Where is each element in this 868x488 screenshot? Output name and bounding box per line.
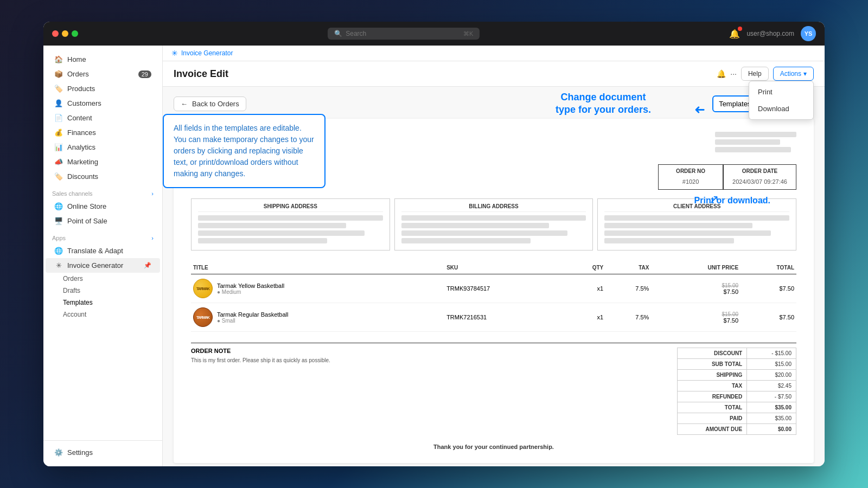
sidebar-item-orders[interactable]: 📦 Orders 29 [46,67,160,81]
sidebar-item-settings[interactable]: ⚙️ Settings [46,445,160,460]
invoice-gen-pin[interactable]: 📌 [144,262,151,269]
sidebar-item-discounts[interactable]: 🏷️ Discounts [46,169,160,184]
top-bar-right: 🔔 user@shop.com YS [729,26,816,41]
sidebar-item-marketing[interactable]: 📣 Marketing [46,155,160,169]
sidebar-item-online-store[interactable]: 🌐 Online Store [46,199,160,214]
sidebar-label-home: Home [67,55,86,63]
col-unit-price: UNIT PRICE [651,261,741,274]
client-address-content[interactable] [604,215,789,243]
item2-tax[interactable]: 7.5% [605,303,651,332]
actions-dropdown: Print Download [749,81,814,120]
billing-address-content[interactable] [401,215,586,243]
totals-row: TOTAL $35.00 [678,402,796,413]
close-button[interactable] [52,30,59,37]
item1-name[interactable]: Tarmak Yellow Basketball [217,282,284,289]
item2-total[interactable]: $7.50 [741,303,796,332]
sidebar-footer: ⚙️ Settings [43,440,162,460]
sidebar-label-invoice-gen: Invoice Generator [67,261,123,269]
header-more-icon[interactable]: ··· [730,69,737,78]
item2-title: TARMAK Tarmak Regular Basketball ● Small [191,303,444,332]
actions-chevron: ▾ [803,70,807,78]
order-meta: ORDER NO #1020 ORDER DATE 2024/03/07 09:… [658,164,796,190]
item1-tax[interactable]: 7.5% [605,274,651,303]
sidebar-item-content[interactable]: 📄 Content [46,111,160,125]
translate-icon: 🌐 [54,247,63,255]
item1-sku[interactable]: TRMK93784517 [444,274,566,303]
sales-channels-section: Sales channels › [43,184,162,199]
maximize-button[interactable] [72,30,78,37]
sidebar-item-customers[interactable]: 👤 Customers [46,96,160,111]
sidebar-item-products[interactable]: 🏷️ Products [46,81,160,96]
totals-label: AMOUNT DUE [678,424,747,435]
totals-row: DISCOUNT - $15.00 [678,348,796,359]
help-button[interactable]: Help [741,67,769,81]
sidebar-label-customers: Customers [67,99,101,107]
user-avatar[interactable]: YS [801,26,816,41]
company-info-line1 [715,132,796,137]
item2-unit-price[interactable]: $15.00 $7.50 [651,303,741,332]
order-note-text[interactable]: This is my first order. Please ship it a… [191,357,666,363]
sidebar-item-home[interactable]: 🏠 Home [46,52,160,67]
customers-icon: 👤 [54,99,63,107]
totals-table: DISCOUNT - $15.00 SUB TOTAL $15.00 SHIPP… [677,348,796,435]
shipping-address-label: SHIPPING ADDRESS [198,203,383,212]
shipping-address-box: SHIPPING ADDRESS [191,198,390,251]
minimize-button[interactable] [62,30,68,37]
notification-icon[interactable]: 🔔 [729,29,740,39]
page-title: Invoice Edit [174,68,228,80]
sidebar-item-analytics[interactable]: 📊 Analytics [46,140,160,155]
item1-total[interactable]: $7.50 [741,274,796,303]
totals-value[interactable]: $2.45 [747,381,796,391]
item2-qty[interactable]: x1 [566,303,605,332]
totals-label: DISCOUNT [678,348,747,359]
sidebar-label-analytics: Analytics [67,143,95,151]
sidebar-sub-orders[interactable]: Orders [43,273,162,285]
billing-address-box: BILLING ADDRESS [394,198,593,251]
item2-thumbnail: TARMAK [193,307,213,327]
totals-value[interactable]: - $7.50 [747,391,796,402]
search-bar[interactable]: 🔍 ⌘K [328,28,480,40]
action-print[interactable]: Print [749,84,813,100]
totals-value[interactable]: - $15.00 [747,348,796,359]
invoice-gen-icon: ✳ [54,261,63,269]
products-icon: 🏷️ [54,85,63,93]
traffic-lights [52,30,78,37]
totals-value[interactable]: $20.00 [747,370,796,381]
sidebar-sub-account[interactable]: Account [43,309,162,320]
sidebar-sub-templates[interactable]: Templates [43,297,162,309]
sidebar-label-discounts: Discounts [67,172,98,181]
item2-variant: ● Small [217,318,288,324]
item2-name[interactable]: Tarmak Regular Basketball [217,311,288,318]
sidebar-label-settings: Settings [67,448,93,457]
item1-unit-price[interactable]: $15.00 $7.50 [651,274,741,303]
item1-thumbnail: TARMAK [193,279,213,298]
sidebar-item-pos[interactable]: 🖥️ Point of Sale [46,214,160,228]
item2-sku[interactable]: TRMK7216531 [444,303,566,332]
order-date-value[interactable]: 2024/03/07 09:27:46 [732,178,787,185]
sidebar-item-translate[interactable]: 🌐 Translate & Adapt [46,243,160,258]
sidebar-sub-drafts[interactable]: Drafts [43,285,162,297]
search-input[interactable] [346,30,460,37]
totals-value[interactable]: $15.00 [747,359,796,370]
totals-value[interactable]: $35.00 [747,402,796,413]
thank-you: Thank you for your continued partnership… [191,444,796,450]
callout2-arrow: ↗ [709,192,719,207]
back-icon: ← [181,100,188,108]
totals-value[interactable]: $35.00 [747,413,796,424]
back-to-orders-button[interactable]: ← Back to Orders [174,97,246,111]
sales-channels-expand[interactable]: › [151,190,154,197]
totals-value[interactable]: $0.00 [747,424,796,435]
totals-label: TAX [678,381,747,391]
sidebar-item-invoice-gen[interactable]: ✳ Invoice Generator 📌 [46,258,160,273]
breadcrumb: ✳ Invoice Generator [163,46,825,61]
order-no-value[interactable]: #1020 [682,178,699,185]
sidebar-item-finances[interactable]: 💰 Finances [46,125,160,140]
actions-button[interactable]: Actions ▾ [773,67,814,81]
breadcrumb-icon: ✳ [171,49,178,57]
action-download[interactable]: Download [749,100,813,117]
shipping-address-content[interactable] [198,215,383,243]
apps-expand[interactable]: › [151,235,154,241]
header-bell-icon[interactable]: 🔔 [717,69,726,78]
item1-qty[interactable]: x1 [566,274,605,303]
breadcrumb-app[interactable]: Invoice Generator [181,49,233,57]
